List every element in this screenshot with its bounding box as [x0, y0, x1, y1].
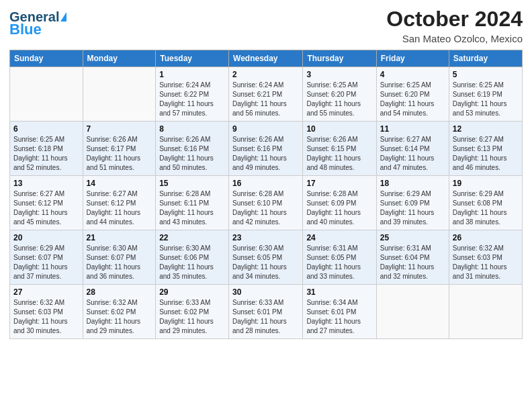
calendar-week-row: 27Sunrise: 6:32 AMSunset: 6:03 PMDayligh… [10, 285, 523, 339]
day-number: 21 [87, 233, 152, 242]
day-number: 6 [13, 124, 79, 134]
day-info: Sunrise: 6:29 AMSunset: 6:07 PMDaylight:… [13, 244, 79, 281]
day-number: 18 [380, 179, 445, 188]
calendar-page: General Blue October 2024 San Mateo Ozol… [0, 0, 532, 411]
table-row [376, 285, 449, 339]
day-info: Sunrise: 6:28 AMSunset: 6:10 PMDaylight:… [232, 189, 299, 227]
day-info: Sunrise: 6:26 AMSunset: 6:17 PMDaylight:… [87, 135, 152, 173]
day-number: 25 [380, 233, 445, 242]
day-number: 12 [453, 124, 519, 134]
header-wednesday: Wednesday [229, 50, 303, 67]
calendar-week-row: 1Sunrise: 6:24 AMSunset: 6:22 PMDaylight… [10, 67, 523, 122]
table-row: 11Sunrise: 6:27 AMSunset: 6:14 PMDayligh… [376, 122, 449, 176]
table-row: 2Sunrise: 6:24 AMSunset: 6:21 PMDaylight… [229, 67, 303, 122]
table-row: 7Sunrise: 6:26 AMSunset: 6:17 PMDaylight… [83, 122, 156, 176]
day-number: 5 [453, 70, 519, 79]
table-row: 29Sunrise: 6:33 AMSunset: 6:02 PMDayligh… [156, 285, 229, 339]
table-row: 5Sunrise: 6:25 AMSunset: 6:19 PMDaylight… [449, 67, 522, 122]
day-info: Sunrise: 6:29 AMSunset: 6:08 PMDaylight:… [453, 189, 519, 227]
day-number: 4 [380, 70, 445, 79]
page-header: General Blue October 2024 San Mateo Ozol… [9, 7, 523, 44]
calendar-week-row: 20Sunrise: 6:29 AMSunset: 6:07 PMDayligh… [10, 230, 523, 285]
day-info: Sunrise: 6:25 AMSunset: 6:19 PMDaylight:… [453, 81, 519, 118]
header-tuesday: Tuesday [156, 50, 229, 67]
day-number: 11 [380, 124, 445, 134]
day-info: Sunrise: 6:25 AMSunset: 6:20 PMDaylight:… [380, 81, 445, 118]
day-number: 17 [306, 179, 372, 188]
table-row [449, 285, 522, 339]
day-number: 29 [159, 287, 225, 297]
day-info: Sunrise: 6:30 AMSunset: 6:05 PMDaylight:… [232, 244, 299, 281]
calendar-table: Sunday Monday Tuesday Wednesday Thursday… [9, 50, 523, 339]
day-info: Sunrise: 6:27 AMSunset: 6:12 PMDaylight:… [13, 189, 79, 227]
day-info: Sunrise: 6:25 AMSunset: 6:20 PMDaylight:… [306, 81, 372, 118]
table-row: 26Sunrise: 6:32 AMSunset: 6:03 PMDayligh… [449, 230, 522, 285]
day-info: Sunrise: 6:26 AMSunset: 6:15 PMDaylight:… [306, 135, 372, 173]
day-number: 22 [159, 233, 225, 242]
day-number: 9 [232, 124, 299, 134]
day-info: Sunrise: 6:31 AMSunset: 6:05 PMDaylight:… [306, 244, 372, 281]
day-number: 27 [13, 287, 79, 297]
day-info: Sunrise: 6:29 AMSunset: 6:09 PMDaylight:… [380, 189, 445, 227]
day-number: 28 [87, 287, 152, 297]
table-row: 21Sunrise: 6:30 AMSunset: 6:07 PMDayligh… [83, 230, 156, 285]
day-info: Sunrise: 6:25 AMSunset: 6:18 PMDaylight:… [13, 135, 79, 173]
page-title: October 2024 [386, 7, 523, 32]
table-row: 22Sunrise: 6:30 AMSunset: 6:06 PMDayligh… [156, 230, 229, 285]
page-subtitle: San Mateo Ozolco, Mexico [386, 33, 523, 44]
day-number: 8 [159, 124, 225, 134]
table-row: 14Sunrise: 6:27 AMSunset: 6:12 PMDayligh… [83, 176, 156, 230]
logo-text-blue: Blue [9, 21, 42, 38]
day-info: Sunrise: 6:26 AMSunset: 6:16 PMDaylight:… [159, 135, 225, 173]
day-number: 23 [232, 233, 299, 242]
day-info: Sunrise: 6:30 AMSunset: 6:07 PMDaylight:… [87, 244, 152, 281]
table-row: 19Sunrise: 6:29 AMSunset: 6:08 PMDayligh… [449, 176, 522, 230]
day-number: 7 [87, 124, 152, 134]
header-saturday: Saturday [449, 50, 522, 67]
logo-triangle-icon [60, 12, 66, 21]
day-info: Sunrise: 6:34 AMSunset: 6:01 PMDaylight:… [306, 298, 372, 336]
table-row: 6Sunrise: 6:25 AMSunset: 6:18 PMDaylight… [10, 122, 83, 176]
table-row: 16Sunrise: 6:28 AMSunset: 6:10 PMDayligh… [229, 176, 303, 230]
table-row: 18Sunrise: 6:29 AMSunset: 6:09 PMDayligh… [376, 176, 449, 230]
table-row: 20Sunrise: 6:29 AMSunset: 6:07 PMDayligh… [10, 230, 83, 285]
calendar-week-row: 13Sunrise: 6:27 AMSunset: 6:12 PMDayligh… [10, 176, 523, 230]
day-info: Sunrise: 6:28 AMSunset: 6:09 PMDaylight:… [306, 189, 372, 227]
day-number: 13 [13, 179, 79, 188]
table-row: 17Sunrise: 6:28 AMSunset: 6:09 PMDayligh… [303, 176, 376, 230]
day-info: Sunrise: 6:30 AMSunset: 6:06 PMDaylight:… [159, 244, 225, 281]
day-info: Sunrise: 6:26 AMSunset: 6:16 PMDaylight:… [232, 135, 299, 173]
day-number: 3 [306, 70, 372, 79]
table-row: 10Sunrise: 6:26 AMSunset: 6:15 PMDayligh… [303, 122, 376, 176]
day-number: 15 [159, 179, 225, 188]
day-info: Sunrise: 6:27 AMSunset: 6:12 PMDaylight:… [87, 189, 152, 227]
table-row: 15Sunrise: 6:28 AMSunset: 6:11 PMDayligh… [156, 176, 229, 230]
day-info: Sunrise: 6:32 AMSunset: 6:03 PMDaylight:… [453, 244, 519, 281]
day-info: Sunrise: 6:24 AMSunset: 6:22 PMDaylight:… [159, 81, 225, 118]
day-number: 14 [87, 179, 152, 188]
table-row [10, 67, 83, 122]
table-row: 31Sunrise: 6:34 AMSunset: 6:01 PMDayligh… [303, 285, 376, 339]
table-row: 1Sunrise: 6:24 AMSunset: 6:22 PMDaylight… [156, 67, 229, 122]
day-number: 24 [306, 233, 372, 242]
title-block: October 2024 San Mateo Ozolco, Mexico [386, 7, 523, 44]
table-row: 12Sunrise: 6:27 AMSunset: 6:13 PMDayligh… [449, 122, 522, 176]
table-row: 8Sunrise: 6:26 AMSunset: 6:16 PMDaylight… [156, 122, 229, 176]
header-monday: Monday [83, 50, 156, 67]
table-row: 3Sunrise: 6:25 AMSunset: 6:20 PMDaylight… [303, 67, 376, 122]
day-info: Sunrise: 6:24 AMSunset: 6:21 PMDaylight:… [232, 81, 299, 118]
logo: General Blue [9, 7, 66, 38]
table-row: 24Sunrise: 6:31 AMSunset: 6:05 PMDayligh… [303, 230, 376, 285]
header-sunday: Sunday [10, 50, 83, 67]
day-number: 1 [159, 70, 225, 79]
day-number: 20 [13, 233, 79, 242]
day-number: 2 [232, 70, 299, 79]
day-info: Sunrise: 6:27 AMSunset: 6:13 PMDaylight:… [453, 135, 519, 173]
day-info: Sunrise: 6:33 AMSunset: 6:01 PMDaylight:… [232, 298, 299, 336]
calendar-week-row: 6Sunrise: 6:25 AMSunset: 6:18 PMDaylight… [10, 122, 523, 176]
header-thursday: Thursday [303, 50, 376, 67]
day-info: Sunrise: 6:32 AMSunset: 6:02 PMDaylight:… [87, 298, 152, 336]
day-info: Sunrise: 6:33 AMSunset: 6:02 PMDaylight:… [159, 298, 225, 336]
day-number: 30 [232, 287, 299, 297]
table-row [83, 67, 156, 122]
